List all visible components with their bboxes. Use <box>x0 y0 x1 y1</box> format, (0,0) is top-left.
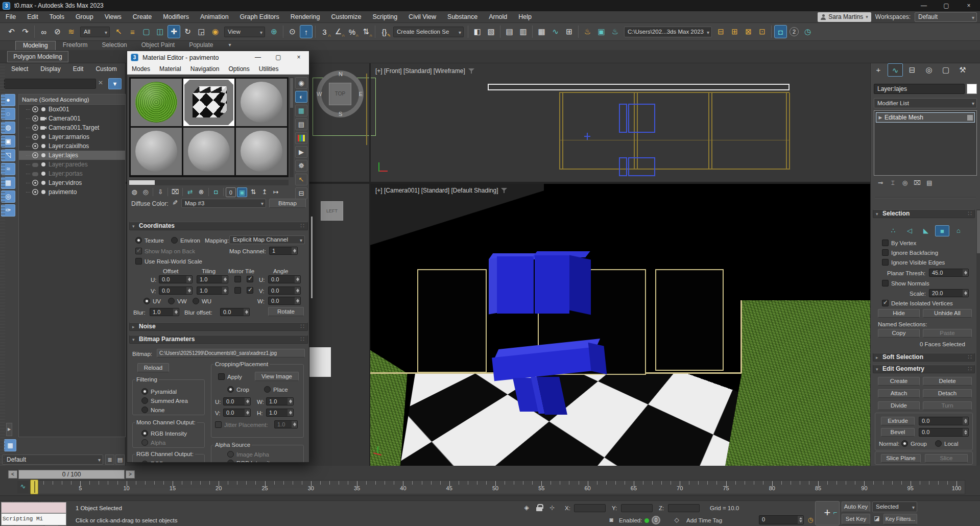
visibility-eye-icon[interactable] <box>32 152 38 158</box>
extrude-button[interactable]: Extrude <box>881 417 915 425</box>
select-object-icon[interactable]: ↖ <box>112 25 125 38</box>
explorer-search-input[interactable] <box>4 79 96 89</box>
compass-west[interactable]: W <box>317 91 322 97</box>
bevel-spinner[interactable]: 0.0 <box>919 428 969 437</box>
ribbon-overflow-icon[interactable]: ▾ <box>229 42 231 50</box>
list-item[interactable]: pavimento <box>19 187 125 197</box>
time-tag-icon[interactable]: ◇ <box>672 516 681 524</box>
hierarchy-tab[interactable]: ⊟ <box>904 63 920 77</box>
explorer-menu-custom[interactable]: Custom <box>95 65 116 73</box>
isolate-selection-icon[interactable]: ◈ <box>522 504 531 512</box>
viewcube-left[interactable]: LEFT <box>321 201 343 221</box>
visibility-eye-icon[interactable] <box>32 163 38 167</box>
show-shaded-in-viewport-icon[interactable]: ▣ <box>237 187 247 197</box>
visibility-eye-icon[interactable] <box>32 115 38 122</box>
time-icon[interactable]: ◷ <box>801 25 814 38</box>
align-icon[interactable]: ▧ <box>485 25 497 38</box>
jitter-checkbox[interactable] <box>215 421 222 428</box>
uv-radio[interactable] <box>144 298 150 304</box>
graphite-ribbon-icon[interactable]: ▦ <box>535 25 548 38</box>
viewport-front-label[interactable]: [+] [Front] [Standard] [Wireframe] <box>375 67 465 75</box>
time-slider[interactable] <box>30 480 38 494</box>
reference-coordinate-dropdown[interactable]: View <box>224 27 265 37</box>
paste-button[interactable]: Paste <box>923 329 972 338</box>
unlink-selection-icon[interactable]: ⊘ <box>51 25 64 38</box>
clear-search-icon[interactable]: ✕ <box>98 79 103 86</box>
key-filters-button[interactable]: Key Filters... <box>883 514 917 524</box>
explorer-panel-icon[interactable]: ▤ <box>115 455 125 465</box>
select-by-name-icon[interactable]: ≡ <box>126 25 139 38</box>
ribbon-tab-populate[interactable]: Populate <box>182 41 220 50</box>
v-tiling-spinner[interactable]: 1.0 <box>197 286 228 295</box>
show-normals-checkbox[interactable] <box>882 280 889 286</box>
display-tab[interactable]: ▢ <box>938 63 953 77</box>
menu-graph-editors[interactable]: Graph Editors <box>234 11 285 23</box>
menu-edit[interactable]: Edit <box>21 11 44 23</box>
me-close-button[interactable]: × <box>289 51 309 64</box>
set-key-button[interactable]: Set Key <box>842 514 870 524</box>
open-container-icon[interactable]: ⊞ <box>728 25 741 38</box>
texture-radio[interactable] <box>135 237 142 244</box>
list-item[interactable]: Camera001 <box>19 114 125 123</box>
toggle-scene-explorer-icon[interactable]: ▤ <box>503 25 516 38</box>
stack-item-editable-mesh[interactable]: ▶ Editable Mesh <box>876 113 974 122</box>
wu-radio[interactable] <box>193 298 199 304</box>
visibility-eye-icon[interactable] <box>32 106 38 112</box>
per-view-filter-icon[interactable] <box>468 68 474 74</box>
normal-local-radio[interactable] <box>935 440 942 447</box>
list-item[interactable]: Layer:vidros <box>19 178 125 187</box>
crop-h-spinner[interactable]: 1.0 <box>266 409 294 417</box>
ribbon-tab-object-paint[interactable]: Object Paint <box>134 41 182 50</box>
material-slot-sphere[interactable] <box>236 128 287 175</box>
visibility-eye-icon[interactable] <box>32 125 38 131</box>
noise-rollout[interactable]: Noise <box>129 322 308 331</box>
keyboard-override-icon[interactable]: ↑ <box>300 25 313 38</box>
delete-isolated-vertices-checkbox[interactable] <box>882 300 889 306</box>
image-alpha-radio[interactable] <box>227 451 234 458</box>
me-menu-options[interactable]: Options <box>224 64 254 74</box>
snaps-toggle-icon[interactable]: 3∩ <box>318 25 331 38</box>
scale-spinner[interactable]: 20.0 <box>929 289 969 297</box>
detach-button[interactable]: Detach <box>923 389 972 398</box>
undo-count-badge[interactable]: 2 <box>790 27 799 36</box>
explorer-preset-dropdown[interactable]: Default <box>2 455 103 465</box>
material-id-channel-icon[interactable]: 0 <box>226 187 236 197</box>
show-end-result-icon[interactable]: ⌶ <box>888 179 897 188</box>
slots-scrollbar[interactable] <box>290 77 294 177</box>
jitter-spinner[interactable]: 1.0 <box>274 420 298 428</box>
inherit-container-icon[interactable]: ⊠ <box>742 25 755 38</box>
environ-radio[interactable] <box>171 237 178 244</box>
by-vertex-checkbox[interactable] <box>882 240 889 246</box>
backlight-icon[interactable]: ◐ <box>295 91 307 103</box>
v-mirror-checkbox[interactable] <box>234 287 241 294</box>
planar-thresh-spinner[interactable]: 45.0 <box>929 269 969 277</box>
object-name-field[interactable]: Layer:lajes <box>874 84 965 94</box>
workspace-dropdown[interactable]: Default <box>915 12 977 22</box>
percent-snap-icon[interactable]: %∩ <box>346 25 358 38</box>
reset-map-icon[interactable]: ⌧ <box>170 187 180 197</box>
material-slot-sphere[interactable] <box>183 128 234 175</box>
select-and-scale-icon[interactable]: ◲ <box>195 25 208 38</box>
v-offset-spinner[interactable]: 0.0 <box>159 286 193 295</box>
rgb-intensity-radio[interactable] <box>141 430 148 437</box>
selected-set-dropdown[interactable]: Selected <box>872 501 917 512</box>
menu-tools[interactable]: Tools <box>44 11 70 23</box>
place-radio[interactable] <box>264 386 271 393</box>
menu-animation[interactable]: Animation <box>195 11 234 23</box>
viewport-camera-label[interactable]: [+] [Camera001] [Standard] [Default Shad… <box>375 187 498 194</box>
object-color-swatch[interactable] <box>967 84 977 94</box>
normal-group-radio[interactable] <box>901 440 908 447</box>
me-maximize-button[interactable]: ▢ <box>268 51 289 64</box>
u-tiling-spinner[interactable]: 1.0 <box>197 275 228 283</box>
use-pivot-point-icon[interactable]: ⊕ <box>268 25 280 38</box>
me-menu-material[interactable]: Material <box>155 64 186 74</box>
ignore-visible-edges-checkbox[interactable] <box>882 259 889 266</box>
polygon-icon[interactable]: ■ <box>935 225 949 236</box>
crop-w-spinner[interactable]: 1.0 <box>266 397 294 405</box>
slots-horizontal-scrollbar[interactable] <box>129 180 289 185</box>
modifier-list-dropdown[interactable]: Modifier List <box>874 98 977 108</box>
menu-file[interactable]: File <box>0 11 21 23</box>
me-menu-utilities[interactable]: Utilities <box>254 64 283 74</box>
menu-arnold[interactable]: Arnold <box>483 11 513 23</box>
show-end-result-icon[interactable]: ⇅ <box>248 187 258 197</box>
